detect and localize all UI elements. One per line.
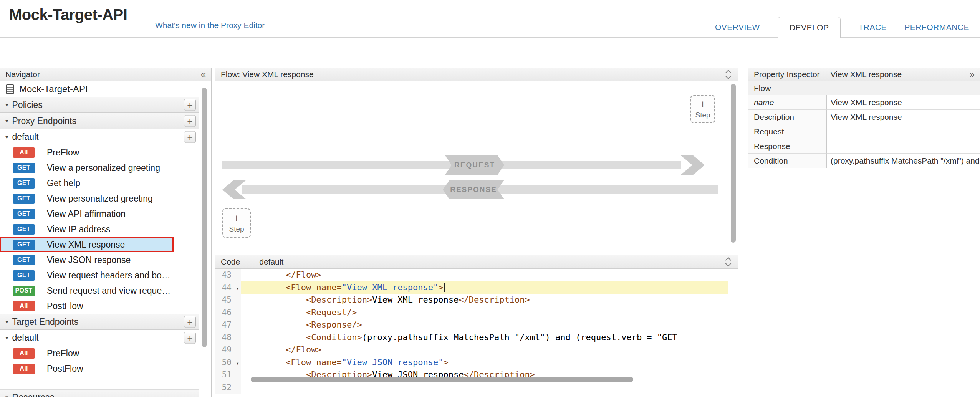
nav-flow-view-api-affirmation[interactable]: GET View API affirmation [0, 206, 199, 222]
code-line[interactable]: 52 [215, 381, 728, 394]
response-label-badge: RESPONSE [443, 180, 504, 199]
fold-icon[interactable]: ▾ [236, 357, 239, 370]
triangle-down-icon: ▾ [5, 101, 8, 108]
expand-collapse-icon[interactable] [725, 69, 732, 80]
inspector-section-flow: Flow [748, 81, 980, 95]
navigator-scrollbar[interactable] [202, 88, 207, 347]
main-tabs: OVERVIEW DEVELOP TRACE PERFORMANCE [715, 17, 969, 38]
canvas-scrollbar[interactable] [731, 84, 736, 243]
navigator-header: Navigator « [0, 68, 211, 81]
method-badge: GET [13, 178, 35, 189]
nav-target-flow-postflow[interactable]: All PostFlow [0, 361, 199, 376]
add-flow-button[interactable]: + [184, 332, 196, 344]
fold-icon[interactable]: ▾ [236, 282, 239, 295]
flow-canvas: + Step REQUEST RESPONSE + Step [215, 81, 728, 255]
nav-flow-get-help[interactable]: GET Get help [0, 175, 199, 191]
property-value-description[interactable]: View XML response [827, 110, 980, 124]
method-badge: GET [13, 255, 35, 265]
property-row-response: Response [748, 139, 980, 154]
whats-new-link[interactable]: What's new in the Proxy Editor [155, 21, 265, 30]
nav-section-clipped[interactable]: ▾ Resources [0, 389, 199, 397]
tab-trace[interactable]: TRACE [858, 23, 887, 32]
request-arrow-icon [681, 155, 705, 175]
proxy-title: Mock-Target-API [9, 6, 127, 23]
code-line[interactable]: 48 <Condition>(proxy.pathsuffix MatchesP… [215, 331, 728, 344]
nav-flow-view-request-headers[interactable]: GET View request headers and bo… [0, 268, 199, 283]
flow-panel-header: Flow: View XML response [215, 68, 738, 81]
tab-develop[interactable]: DEVELOP [778, 17, 841, 38]
toolbar: Project ▾ Save Revision 1 ▾ Tools ▾ Depl… [0, 38, 980, 68]
tab-overview[interactable]: OVERVIEW [715, 23, 760, 32]
nav-target-flow-preflow[interactable]: All PreFlow [0, 346, 199, 361]
nav-endpoint-default[interactable]: ▾ default + [0, 129, 199, 145]
property-inspector-title: Property Inspector [754, 70, 820, 79]
gutter: 52 [215, 381, 241, 394]
code-horizontal-scrollbar[interactable] [251, 377, 633, 382]
nav-flow-view-json-response[interactable]: GET View JSON response [0, 252, 199, 268]
collapse-panel-icon[interactable]: « [201, 70, 206, 79]
nav-flow-send-request[interactable]: POST Send request and view reque… [0, 283, 199, 298]
method-badge: All [13, 348, 35, 359]
property-row-condition: Condition (proxy.pathsuffix MatchesPath … [748, 154, 980, 168]
nav-item-proxy-root[interactable]: Mock-Target-API [0, 81, 199, 97]
property-inspector-header: Property Inspector View XML response » [748, 68, 980, 81]
add-flow-button[interactable]: + [184, 131, 196, 143]
code-line[interactable]: 46 <Request/> [215, 306, 728, 319]
nav-flow-view-personalized-greeting[interactable]: GET View personalized greeting [0, 191, 199, 206]
method-badge: GET [13, 240, 35, 250]
nav-target-endpoint-default[interactable]: ▾ default + [0, 330, 199, 346]
property-row-description: Description View XML response [748, 110, 980, 124]
method-badge: GET [13, 209, 35, 219]
step-label: Step [229, 225, 244, 233]
method-badge: GET [13, 163, 35, 173]
triangle-down-icon: ▾ [5, 117, 8, 124]
nav-section-target-endpoints[interactable]: ▾ Target Endpoints + [0, 314, 199, 330]
code-line[interactable]: 49 </Flow> [215, 344, 728, 356]
add-step-button-request[interactable]: + Step [690, 95, 715, 123]
code-line[interactable]: 50▾ <Flow name="View JSON response"> [215, 356, 728, 369]
triangle-down-icon: ▾ [5, 394, 8, 397]
add-target-endpoint-button[interactable]: + [184, 316, 196, 328]
add-policy-button[interactable]: + [184, 99, 196, 111]
expand-panel-icon[interactable]: » [970, 70, 975, 79]
gutter: 46 [215, 306, 241, 319]
triangle-down-icon: ▾ [5, 318, 8, 325]
gutter: 51 [215, 369, 241, 381]
property-value-name[interactable]: View XML response [827, 95, 980, 110]
code-tab-default[interactable]: default [259, 257, 283, 266]
method-badge: GET [13, 194, 35, 204]
property-value-response[interactable] [827, 139, 980, 154]
nav-flow-preflow[interactable]: All PreFlow [0, 145, 199, 160]
nav-flow-view-xml-response[interactable]: GET View XML response [0, 237, 174, 252]
tab-performance[interactable]: PERFORMANCE [904, 23, 969, 32]
expand-collapse-icon[interactable] [725, 256, 732, 267]
method-badge: All [13, 364, 35, 374]
gutter: 50▾ [215, 356, 241, 369]
property-value-condition[interactable]: (proxy.pathsuffix MatchesPath "/xml") an… [827, 154, 980, 168]
method-badge: POST [13, 286, 35, 296]
gutter: 48 [215, 331, 241, 344]
add-proxy-endpoint-button[interactable]: + [184, 115, 196, 127]
gutter: 43 [215, 269, 241, 281]
app-header: Mock-Target-API What's new in the Proxy … [0, 0, 980, 38]
code-line[interactable]: 47 <Response/> [215, 319, 728, 331]
property-value-request[interactable] [827, 124, 980, 139]
nav-flow-view-a-personalized-greeting[interactable]: GET View a personalized greeting [0, 160, 199, 175]
nav-flow-view-ip-address[interactable]: GET View IP address [0, 222, 199, 237]
code-line[interactable]: 43 </Flow> [215, 269, 728, 281]
navigator-panel: Navigator « Mock-Target-API ▾ Policies +… [0, 68, 212, 397]
triangle-down-icon: ▾ [5, 334, 8, 341]
nav-section-proxy-endpoints[interactable]: ▾ Proxy Endpoints + [0, 113, 199, 129]
gutter: 49 [215, 344, 241, 356]
nav-section-policies[interactable]: ▾ Policies + [0, 97, 199, 113]
property-row-request: Request [748, 124, 980, 139]
add-step-button-response[interactable]: + Step [222, 208, 251, 238]
navigator-tree: Mock-Target-API ▾ Policies + ▾ Proxy End… [0, 81, 199, 376]
nav-flow-postflow[interactable]: All PostFlow [0, 298, 199, 314]
code-line[interactable]: 45 <Description>View XML response</Descr… [215, 294, 728, 306]
code-panel-header: Code default [215, 255, 738, 269]
method-badge: All [13, 301, 35, 311]
method-badge: GET [13, 224, 35, 235]
code-line-active[interactable]: 44▾ <Flow name="View XML response"> [215, 281, 728, 294]
plus-icon: + [233, 213, 240, 223]
